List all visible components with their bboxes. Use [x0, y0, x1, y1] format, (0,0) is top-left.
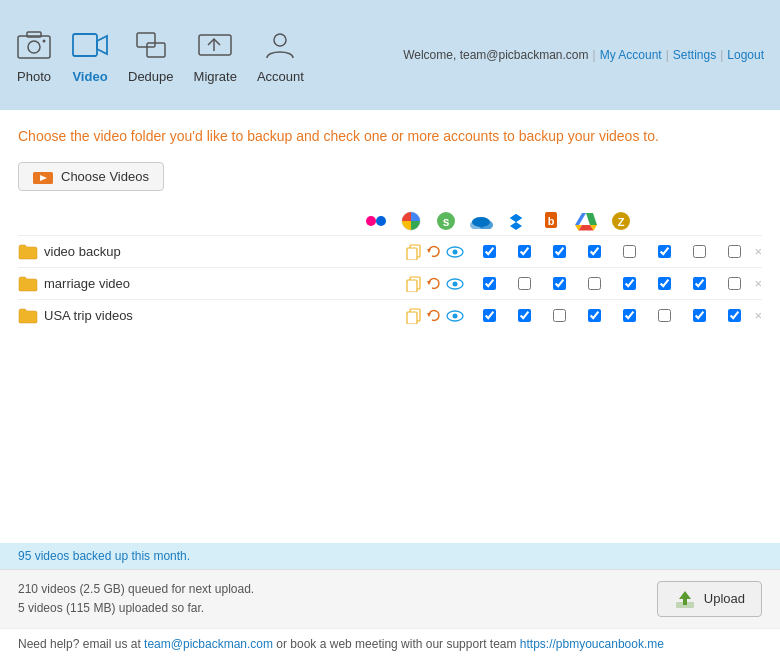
remove-folder-button[interactable]: × [754, 276, 762, 291]
checkbox-input-onedrive[interactable] [588, 309, 601, 322]
logout-link[interactable]: Logout [727, 48, 764, 62]
status-bar: 95 videos backed up this month. [0, 543, 780, 569]
svg-rect-37 [407, 280, 417, 292]
undo-icon[interactable] [426, 276, 442, 292]
checkbox-input-picasa[interactable] [518, 245, 531, 258]
checkbox-onedrive [577, 277, 612, 290]
dedupe-icon [133, 27, 169, 63]
checkbox-input-backblaze[interactable] [658, 245, 671, 258]
upload-button[interactable]: Upload [657, 581, 762, 617]
eye-icon[interactable] [446, 310, 464, 322]
checkbox-input-dropbox[interactable] [623, 245, 636, 258]
footer-line1: 210 videos (2.5 GB) queued for next uplo… [18, 580, 254, 599]
checkbox-input-picasa[interactable] [518, 277, 531, 290]
photo-icon [16, 27, 52, 63]
checkbox-dropbox [612, 245, 647, 258]
folder-name: video backup [44, 244, 406, 259]
choose-videos-button[interactable]: Choose Videos [18, 162, 164, 191]
checkbox-picasa [507, 245, 542, 258]
upload-label: Upload [704, 591, 745, 606]
checkbox-input-smugmug[interactable] [553, 309, 566, 322]
svg-rect-4 [73, 34, 97, 56]
table-row: video backup × [18, 235, 762, 267]
row-actions [406, 308, 464, 324]
footer-line2: 5 videos (115 MB) uploaded so far. [18, 599, 254, 618]
zenfolio-service-header: Z [603, 211, 638, 231]
footer-info: 210 videos (2.5 GB) queued for next uplo… [18, 580, 254, 618]
checkbox-input-smugmug[interactable] [553, 245, 566, 258]
copy-icon[interactable] [406, 308, 422, 324]
nav-video[interactable]: Video [72, 27, 108, 84]
checkbox-input-onedrive[interactable] [588, 245, 601, 258]
service-checkboxes: × [472, 276, 762, 291]
checkbox-input-zenfolio[interactable] [728, 309, 741, 322]
copy-icon[interactable] [406, 244, 422, 260]
dropbox-service-header [498, 211, 533, 231]
checkbox-input-onedrive[interactable] [588, 277, 601, 290]
checkbox-picasa [507, 309, 542, 322]
svg-marker-25 [575, 213, 586, 225]
folder-icon [18, 308, 38, 324]
svg-text:Z: Z [617, 216, 624, 228]
svg-text:b: b [547, 215, 554, 227]
checkbox-flickr [472, 245, 507, 258]
help-url[interactable]: https://pbmyoucanbook.me [520, 637, 664, 651]
nav-photo-label: Photo [17, 69, 51, 84]
checkbox-input-flickr[interactable] [483, 309, 496, 322]
help-email[interactable]: team@picbackman.com [144, 637, 273, 651]
svg-point-10 [274, 34, 286, 46]
checkbox-input-smugmug[interactable] [553, 277, 566, 290]
checkbox-input-flickr[interactable] [483, 277, 496, 290]
upload-icon [674, 588, 696, 610]
svg-point-14 [376, 216, 386, 226]
undo-icon[interactable] [426, 244, 442, 260]
table-row: marriage video × [18, 267, 762, 299]
copy-icon[interactable] [406, 276, 422, 292]
gdrive-service-header [568, 211, 603, 231]
main-content: Choose the video folder you'd like to ba… [0, 110, 780, 543]
checkbox-input-gdrive[interactable] [693, 277, 706, 290]
nav-migrate[interactable]: Migrate [194, 27, 237, 84]
svg-point-20 [472, 217, 490, 227]
checkbox-input-backblaze[interactable] [658, 277, 671, 290]
picasa-service-header [393, 211, 428, 231]
checkbox-input-dropbox[interactable] [623, 309, 636, 322]
checkbox-input-picasa[interactable] [518, 309, 531, 322]
svg-rect-32 [407, 248, 417, 260]
checkbox-backblaze [647, 309, 682, 322]
choose-videos-label: Choose Videos [61, 169, 149, 184]
nav-dedupe[interactable]: Dedupe [128, 27, 174, 84]
row-actions [406, 244, 464, 260]
eye-icon[interactable] [446, 246, 464, 258]
remove-folder-button[interactable]: × [754, 308, 762, 323]
checkbox-input-zenfolio[interactable] [728, 245, 741, 258]
eye-icon[interactable] [446, 278, 464, 290]
checkbox-zenfolio [717, 277, 752, 290]
remove-folder-button[interactable]: × [754, 244, 762, 259]
svg-point-40 [453, 281, 458, 286]
svg-rect-2 [27, 32, 41, 37]
checkbox-input-dropbox[interactable] [623, 277, 636, 290]
svg-marker-38 [427, 281, 431, 285]
row-actions [406, 276, 464, 292]
undo-icon[interactable] [426, 308, 442, 324]
nav-account[interactable]: Account [257, 27, 304, 84]
svg-point-13 [366, 216, 376, 226]
checkbox-gdrive [682, 245, 717, 258]
svg-rect-8 [199, 35, 231, 55]
checkbox-input-backblaze[interactable] [658, 309, 671, 322]
account-icon [262, 27, 298, 63]
checkbox-input-gdrive[interactable] [693, 245, 706, 258]
checkbox-smugmug [542, 277, 577, 290]
svg-marker-5 [97, 36, 107, 54]
help-bar: Need help? email us at team@picbackman.c… [0, 628, 780, 659]
my-account-link[interactable]: My Account [600, 48, 662, 62]
svg-point-45 [453, 313, 458, 318]
checkbox-onedrive [577, 245, 612, 258]
svg-point-3 [43, 39, 46, 42]
checkbox-input-flickr[interactable] [483, 245, 496, 258]
nav-photo[interactable]: Photo [16, 27, 52, 84]
checkbox-input-zenfolio[interactable] [728, 277, 741, 290]
checkbox-input-gdrive[interactable] [693, 309, 706, 322]
settings-link[interactable]: Settings [673, 48, 716, 62]
